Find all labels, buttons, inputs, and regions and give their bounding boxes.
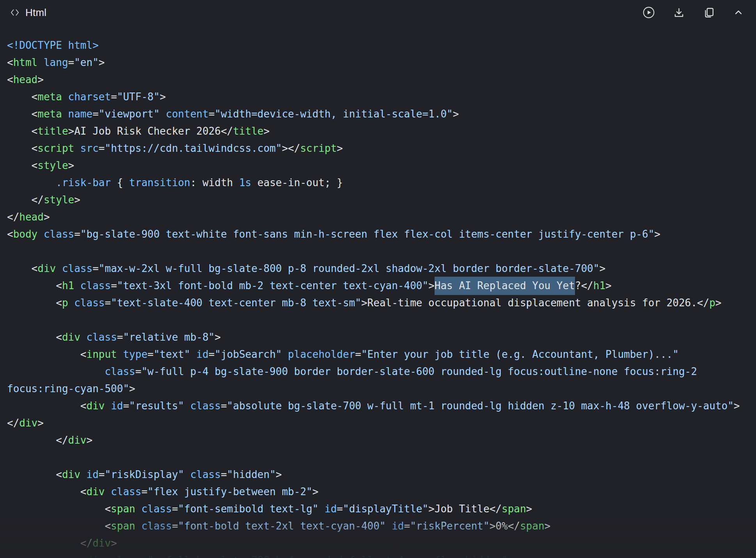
selected-text: Has AI Replaced You Yet <box>435 277 575 295</box>
play-circle-icon <box>642 6 655 19</box>
code-line <box>7 243 756 260</box>
code-line: <div class="max-w-2xl w-full bg-slate-80… <box>7 260 756 277</box>
code-line: </div> <box>7 432 756 449</box>
code-line: <title>AI Job Risk Checker 2026</title> <box>7 123 756 140</box>
code-line: <html lang="en"> <box>7 54 756 71</box>
code-line: <span class="font-bold text-2xl text-cya… <box>7 517 756 535</box>
collapse-button[interactable] <box>733 7 744 18</box>
code-line <box>7 449 756 466</box>
code-line: <h1 class="text-3xl font-bold mb-2 text-… <box>7 277 756 294</box>
code-line: <p class="text-slate-400 text-center mb-… <box>7 294 756 311</box>
code-line: <meta name="viewport" content="width=dev… <box>7 105 756 123</box>
code-line: <body class="bg-slate-900 text-white fon… <box>7 226 756 243</box>
code-panel-header: Html <box>0 0 756 25</box>
code-line: class="w-full p-4 bg-slate-900 border bo… <box>7 363 756 380</box>
code-line: <head> <box>7 71 756 88</box>
code-line: </head> <box>7 208 756 226</box>
code-line: </div> <box>7 535 756 552</box>
download-button[interactable] <box>673 6 685 19</box>
code-line: <div id="results" class="absolute bg-sla… <box>7 397 756 414</box>
code-line: <!DOCTYPE html> <box>7 37 756 54</box>
code-line: <script src="https://cdn.tailwindcss.com… <box>7 140 756 157</box>
code-editor[interactable]: <!DOCTYPE html><html lang="en"><head> <m… <box>0 25 756 558</box>
code-line: <div id="riskDisplay" class="hidden"> <box>7 466 756 483</box>
code-line: <meta charset="UTF-8"> <box>7 88 756 105</box>
code-line: </style> <box>7 191 756 208</box>
run-button[interactable] <box>642 6 655 19</box>
code-line: </div> <box>7 414 756 432</box>
copy-icon <box>703 6 715 19</box>
language-label: Html <box>25 7 46 19</box>
code-line <box>7 311 756 329</box>
code-line: <div class="relative mb-8"> <box>7 329 756 346</box>
download-icon <box>673 6 685 19</box>
code-line: <span class="font-semibold text-lg" id="… <box>7 500 756 517</box>
code-line: <input type="text" id="jobSearch" placeh… <box>7 346 756 363</box>
code-line: <style> <box>7 157 756 174</box>
panel-title-group: Html <box>9 7 46 19</box>
copy-button[interactable] <box>703 6 715 19</box>
code-line: .risk-bar { transition: width 1s ease-in… <box>7 174 756 191</box>
code-line: focus:ring-cyan-500"> <box>7 380 756 397</box>
chevron-up-icon <box>733 7 744 18</box>
panel-actions <box>642 6 744 19</box>
code-line: <div class="w-full bg-slate-700 h-4 roun… <box>7 552 756 558</box>
code-icon <box>9 7 20 18</box>
code-line: <div class="flex justify-between mb-2"> <box>7 483 756 500</box>
